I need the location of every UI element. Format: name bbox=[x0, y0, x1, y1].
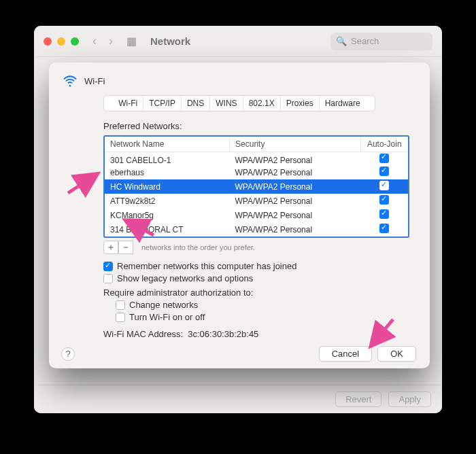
table-row[interactable]: 314 BALMORAL CTWPA/WPA2 Personal bbox=[105, 222, 408, 237]
help-button[interactable]: ? bbox=[61, 347, 75, 361]
col-security[interactable]: Security bbox=[230, 137, 360, 152]
remember-networks-checkbox[interactable] bbox=[103, 262, 113, 271]
preferred-networks-label: Preferred Networks: bbox=[103, 121, 409, 131]
auto-join-checkbox[interactable] bbox=[379, 209, 389, 219]
auto-join-checkbox[interactable] bbox=[379, 181, 389, 190]
table-row[interactable]: KCManor5gWPA/WPA2 Personal bbox=[105, 208, 408, 222]
titlebar: ‹ › ▦ Network 🔍 Search bbox=[34, 26, 442, 57]
tab-hardware[interactable]: Hardware bbox=[319, 96, 366, 111]
search-placeholder: Search bbox=[351, 36, 379, 46]
auto-join-checkbox[interactable] bbox=[379, 195, 389, 205]
add-network-button[interactable]: ＋ bbox=[103, 241, 118, 254]
show-legacy-checkbox[interactable] bbox=[103, 274, 113, 283]
preferred-networks-table[interactable]: Network Name Security Auto-Join 301 CABE… bbox=[103, 135, 409, 238]
back-button[interactable]: ‹ bbox=[92, 34, 97, 48]
tabbar[interactable]: Wi-Fi TCP/IP DNS WINS 802.1X Proxies Har… bbox=[103, 95, 375, 111]
table-row[interactable]: 301 CABELLO-1WPA/WPA2 Personal bbox=[105, 152, 408, 166]
remember-networks-label: Remember networks this computer has join… bbox=[117, 261, 296, 271]
show-legacy-label: Show legacy networks and options bbox=[117, 273, 253, 283]
cancel-button[interactable]: Cancel bbox=[319, 346, 372, 362]
change-networks-checkbox[interactable] bbox=[116, 300, 125, 310]
auto-join-checkbox[interactable] bbox=[379, 224, 389, 233]
tab-dns[interactable]: DNS bbox=[181, 96, 209, 111]
apply-button[interactable]: Apply bbox=[388, 391, 431, 407]
remove-network-button[interactable]: － bbox=[118, 241, 133, 254]
search-input[interactable]: 🔍 Search bbox=[330, 33, 432, 50]
auto-join-checkbox[interactable] bbox=[379, 154, 389, 163]
wifi-advanced-sheet: Wi-Fi Wi-Fi TCP/IP DNS WINS 802.1X Proxi… bbox=[49, 63, 430, 368]
drag-hint: networks into the order you prefer. bbox=[141, 243, 255, 251]
col-auto-join[interactable]: Auto-Join bbox=[360, 137, 408, 152]
change-networks-label: Change networks bbox=[129, 300, 198, 310]
col-network-name[interactable]: Network Name bbox=[105, 137, 230, 152]
turn-wifi-checkbox[interactable] bbox=[116, 313, 125, 322]
search-icon: 🔍 bbox=[336, 36, 347, 46]
revert-button[interactable]: Revert bbox=[335, 391, 381, 407]
table-row[interactable]: eberhausWPA/WPA2 Personal bbox=[105, 165, 408, 179]
require-admin-label: Require administrator authorization to: bbox=[103, 287, 253, 298]
close-icon[interactable] bbox=[44, 37, 52, 46]
mac-address-value: 3c:06:30:3b:2b:45 bbox=[188, 329, 258, 339]
window-controls[interactable] bbox=[44, 37, 79, 46]
tab-8021x[interactable]: 802.1X bbox=[243, 96, 280, 111]
minimize-icon[interactable] bbox=[57, 37, 65, 46]
forward-button[interactable]: › bbox=[109, 34, 113, 48]
show-all-icon[interactable]: ▦ bbox=[126, 35, 137, 48]
tab-wins[interactable]: WINS bbox=[209, 96, 242, 111]
turn-wifi-label: Turn Wi-Fi on or off bbox=[129, 312, 205, 322]
sheet-title: Wi-Fi bbox=[84, 76, 105, 86]
wifi-icon bbox=[63, 73, 78, 88]
prefs-footer: Revert Apply bbox=[34, 385, 442, 413]
auto-join-checkbox[interactable] bbox=[379, 167, 389, 176]
tab-tcpip[interactable]: TCP/IP bbox=[143, 96, 181, 111]
table-row[interactable]: HC WindwardWPA/WPA2 Personal bbox=[105, 179, 408, 194]
tab-wifi[interactable]: Wi-Fi bbox=[113, 96, 143, 111]
ok-button[interactable]: OK bbox=[377, 346, 416, 362]
mac-address-label: Wi-Fi MAC Address: bbox=[103, 329, 183, 339]
tab-proxies[interactable]: Proxies bbox=[280, 96, 319, 111]
window-title: Network bbox=[150, 35, 190, 47]
zoom-icon[interactable] bbox=[71, 37, 79, 46]
table-row[interactable]: ATT9w2k8t2WPA/WPA2 Personal bbox=[105, 194, 408, 208]
